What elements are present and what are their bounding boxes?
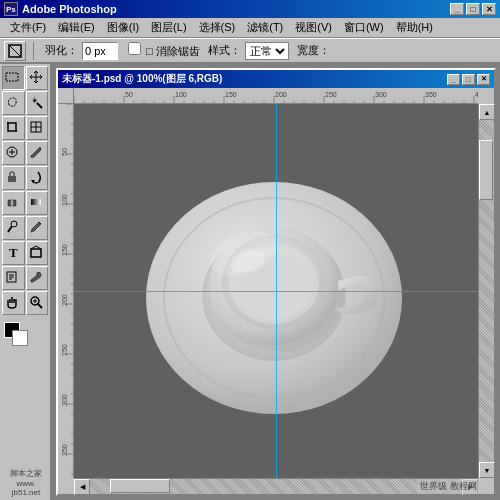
tool-notes[interactable] <box>2 266 25 290</box>
menu-help[interactable]: 帮助(H) <box>390 18 439 37</box>
toolbox: T <box>0 64 52 500</box>
tool-row-5 <box>2 166 48 190</box>
tool-row-10 <box>2 291 48 315</box>
menu-view[interactable]: 视图(V) <box>289 18 338 37</box>
menu-layer[interactable]: 图层(L) <box>145 18 192 37</box>
tool-move[interactable] <box>26 66 49 90</box>
antialias-checkbox[interactable] <box>128 42 141 55</box>
svg-rect-4 <box>6 73 18 81</box>
svg-rect-20 <box>31 249 41 257</box>
menu-image[interactable]: 图像(I) <box>101 18 145 37</box>
tool-dodge[interactable] <box>2 216 25 240</box>
tool-zoom[interactable] <box>26 291 49 315</box>
doc-minimize[interactable]: _ <box>447 74 460 85</box>
scrollbar-vertical[interactable]: ▲ ▼ <box>478 104 494 478</box>
watermark-right: 世界级 教程网 <box>417 479 480 494</box>
antialias-label: □ 消除锯齿 <box>126 42 200 59</box>
tool-row-2 <box>2 91 48 115</box>
menu-file[interactable]: 文件(F) <box>4 18 52 37</box>
tool-slice[interactable] <box>26 116 49 140</box>
scroll-up-btn[interactable]: ▲ <box>479 104 495 120</box>
scroll-track-v <box>479 120 494 462</box>
tool-hand[interactable] <box>2 291 25 315</box>
svg-line-3 <box>9 45 21 57</box>
menu-edit[interactable]: 编辑(E) <box>52 18 101 37</box>
scroll-down-btn[interactable]: ▼ <box>479 462 495 478</box>
options-bar: 羽化： □ 消除锯齿 样式： 正常 宽度： <box>0 38 500 64</box>
minimize-button[interactable]: _ <box>450 3 464 15</box>
svg-marker-6 <box>31 97 38 104</box>
document-title-bar: 未标器-1.psd @ 100%(图层 6,RGB) _ □ ✕ <box>58 70 494 88</box>
app-icon: Ps <box>4 2 18 16</box>
svg-line-18 <box>8 226 12 232</box>
scroll-left-btn[interactable]: ◀ <box>74 479 90 495</box>
scroll-thumb-v[interactable] <box>479 140 493 200</box>
tool-row-7 <box>2 216 48 240</box>
color-swatches <box>2 320 48 346</box>
watermark-left: 脚本之家 www. jb51.net <box>0 469 52 498</box>
feather-input[interactable] <box>82 42 118 60</box>
tool-preset-btn[interactable] <box>4 41 26 61</box>
ruler-corner <box>58 88 74 104</box>
svg-text:Ps: Ps <box>6 5 16 14</box>
guide-vertical <box>276 104 277 478</box>
background-color[interactable] <box>12 330 28 346</box>
maximize-button[interactable]: □ <box>466 3 480 15</box>
tool-eyedropper[interactable] <box>26 266 49 290</box>
tool-row-9 <box>2 266 48 290</box>
close-button[interactable]: ✕ <box>482 3 496 15</box>
ruler-vertical <box>58 104 74 478</box>
canvas-content <box>74 104 478 478</box>
menu-select[interactable]: 选择(S) <box>193 18 242 37</box>
tool-history-brush[interactable] <box>26 166 49 190</box>
svg-line-5 <box>37 103 42 108</box>
tool-crop[interactable] <box>2 116 25 140</box>
tool-row-6 <box>2 191 48 215</box>
feather-label: 羽化： <box>45 43 78 58</box>
app-title: Adobe Photoshop <box>22 3 450 15</box>
tool-shape[interactable] <box>26 241 49 265</box>
doc-title-buttons: _ □ ✕ <box>447 74 490 85</box>
title-bar: Ps Adobe Photoshop _ □ ✕ <box>0 0 500 18</box>
width-label: 宽度： <box>297 43 330 58</box>
document-window: 未标器-1.psd @ 100%(图层 6,RGB) _ □ ✕ <box>56 68 496 496</box>
tool-row-3 <box>2 116 48 140</box>
tool-brush[interactable] <box>26 141 49 165</box>
svg-line-28 <box>38 304 42 308</box>
canvas-area: 未标器-1.psd @ 100%(图层 6,RGB) _ □ ✕ <box>52 64 500 500</box>
document-title: 未标器-1.psd @ 100%(图层 6,RGB) <box>62 72 447 86</box>
title-bar-buttons: _ □ ✕ <box>450 3 496 15</box>
menu-window[interactable]: 窗口(W) <box>338 18 390 37</box>
tool-magic-wand[interactable] <box>26 91 49 115</box>
ruler-horizontal <box>74 88 478 104</box>
doc-close[interactable]: ✕ <box>477 74 490 85</box>
doc-maximize[interactable]: □ <box>462 74 475 85</box>
tool-gradient[interactable] <box>26 191 49 215</box>
tool-text[interactable]: T <box>2 241 25 265</box>
menu-filter[interactable]: 滤镜(T) <box>241 18 289 37</box>
tool-pen[interactable] <box>26 216 49 240</box>
tool-stamp[interactable] <box>2 166 25 190</box>
scroll-thumb-h[interactable] <box>110 479 170 493</box>
tool-row-4 <box>2 141 48 165</box>
tool-marquee[interactable] <box>2 66 25 90</box>
svg-rect-16 <box>31 199 41 205</box>
tool-heal[interactable] <box>2 141 25 165</box>
style-label: 样式： <box>208 43 241 58</box>
scroll-track-h <box>90 479 462 494</box>
style-select[interactable]: 正常 <box>245 42 289 60</box>
main-area: T <box>0 64 500 500</box>
menu-bar: 文件(F) 编辑(E) 图像(I) 图层(L) 选择(S) 滤镜(T) 视图(V… <box>0 18 500 38</box>
svg-rect-13 <box>8 176 16 182</box>
tool-eraser[interactable] <box>2 191 25 215</box>
separator-1 <box>33 42 34 60</box>
tool-row-1 <box>2 66 48 90</box>
tool-row-8: T <box>2 241 48 265</box>
tool-lasso[interactable] <box>2 91 25 115</box>
